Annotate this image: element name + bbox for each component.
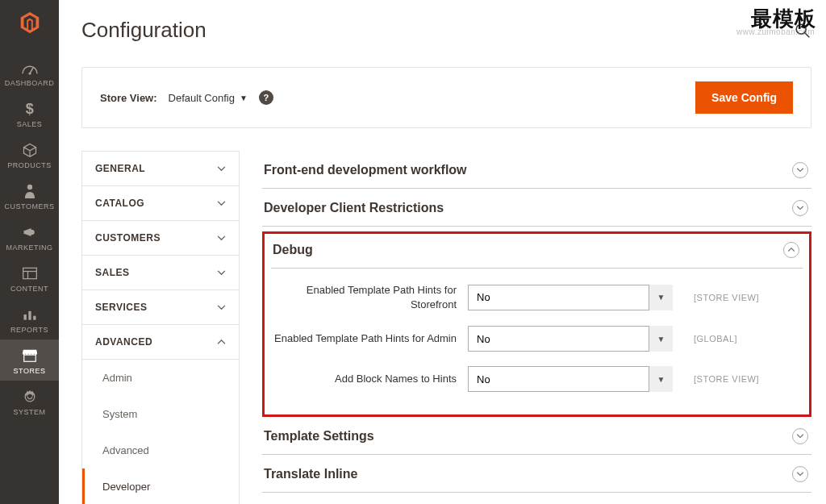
section-sales[interactable]: SALES (82, 256, 239, 290)
group-workflow[interactable]: Front-end development workflow (262, 151, 811, 189)
group-js[interactable]: JavaScript Settings (262, 493, 811, 504)
sub-system[interactable]: System (82, 396, 239, 432)
storeview-bar: Store View: Default Config ▼ ? Save Conf… (81, 67, 811, 128)
select-template-hints-admin[interactable]: No (468, 326, 673, 352)
scope-label: [STORE VIEW] (694, 293, 759, 302)
chevron-down-icon (216, 198, 226, 208)
sub-admin[interactable]: Admin (82, 360, 239, 396)
field-block-names: Add Block Names to Hints No ▼ [STORE VIE… (271, 366, 803, 392)
collapse-icon (783, 242, 799, 258)
svg-point-0 (28, 73, 31, 75)
dashboard-icon (21, 59, 39, 77)
svg-rect-3 (23, 268, 36, 278)
nav-customers[interactable]: CUSTOMERS (0, 175, 59, 216)
chevron-down-icon (216, 164, 226, 173)
nav-marketing[interactable]: MARKETING (0, 216, 59, 257)
expand-icon (792, 200, 808, 216)
svg-point-2 (27, 185, 31, 190)
search-icon[interactable] (794, 22, 811, 40)
nav-content[interactable]: CONTENT (0, 257, 59, 298)
expand-icon (792, 466, 808, 482)
select-template-hints-storefront[interactable]: No (468, 285, 673, 310)
store-icon (21, 347, 39, 364)
field-template-hints-admin: Enabled Template Path Hints for Admin No… (271, 326, 803, 352)
svg-text:$: $ (25, 101, 34, 117)
group-restrictions[interactable]: Developer Client Restrictions (262, 189, 811, 227)
storeview-select[interactable]: Default Config ▼ (169, 92, 248, 104)
expand-icon (792, 428, 808, 444)
sub-advanced[interactable]: Advanced (82, 432, 239, 469)
settings-column: Front-end development workflow Developer… (262, 151, 811, 504)
debug-highlight: Debug Enabled Template Path Hints for St… (262, 231, 811, 417)
page-title: Configuration (81, 18, 206, 43)
cube-icon (21, 141, 39, 159)
scope-label: [GLOBAL] (694, 334, 737, 344)
megaphone-icon (21, 223, 39, 241)
nav-system[interactable]: SYSTEM (0, 381, 59, 422)
section-customers[interactable]: CUSTOMERS (82, 221, 239, 256)
section-catalog[interactable]: CATALOG (82, 186, 239, 221)
magento-logo-icon (15, 8, 44, 37)
svg-rect-9 (23, 355, 35, 361)
save-config-button[interactable]: Save Config (695, 81, 793, 114)
scope-label: [STORE VIEW] (694, 374, 759, 384)
main-content: Configuration Store View: Default Config… (59, 0, 826, 504)
select-block-names[interactable]: No (468, 366, 673, 392)
chevron-down-icon (216, 268, 226, 277)
svg-rect-7 (28, 311, 31, 320)
chevron-down-icon (216, 233, 226, 243)
gear-icon (21, 388, 39, 406)
group-debug[interactable]: Debug (271, 234, 803, 269)
layout-icon (21, 264, 39, 282)
nav-stores[interactable]: STORES (0, 339, 59, 381)
expand-icon (792, 162, 808, 178)
dollar-icon: $ (21, 100, 39, 118)
sub-developer[interactable]: Developer (82, 469, 239, 504)
section-advanced[interactable]: ADVANCED (82, 325, 239, 360)
nav-sales[interactable]: $ SALES (0, 93, 59, 134)
admin-sidenav: DASHBOARD $ SALES PRODUCTS CUSTOMERS MAR… (0, 0, 59, 504)
help-icon[interactable]: ? (259, 90, 273, 105)
svg-rect-6 (23, 314, 26, 320)
nav-products[interactable]: PRODUCTS (0, 134, 59, 175)
storeview-label: Store View: (100, 92, 157, 104)
svg-line-13 (805, 32, 810, 37)
person-icon (21, 182, 39, 200)
field-template-hints-storefront: Enabled Template Path Hints for Storefro… (271, 283, 803, 311)
bar-chart-icon (21, 306, 39, 323)
chevron-down-icon (216, 302, 226, 312)
section-services[interactable]: SERVICES (82, 290, 239, 325)
chevron-up-icon (216, 337, 226, 347)
config-sections-panel: GENERAL CATALOG CUSTOMERS SALES SERVICES (81, 151, 240, 504)
nav-dashboard[interactable]: DASHBOARD (0, 52, 59, 93)
svg-rect-8 (33, 316, 35, 320)
svg-point-11 (27, 395, 31, 398)
section-general[interactable]: GENERAL (82, 152, 239, 186)
svg-point-12 (796, 24, 806, 34)
group-translate[interactable]: Translate Inline (262, 455, 811, 493)
group-template-settings[interactable]: Template Settings (262, 417, 811, 455)
chevron-down-icon: ▼ (240, 94, 248, 102)
nav-reports[interactable]: REPORTS (0, 298, 59, 339)
